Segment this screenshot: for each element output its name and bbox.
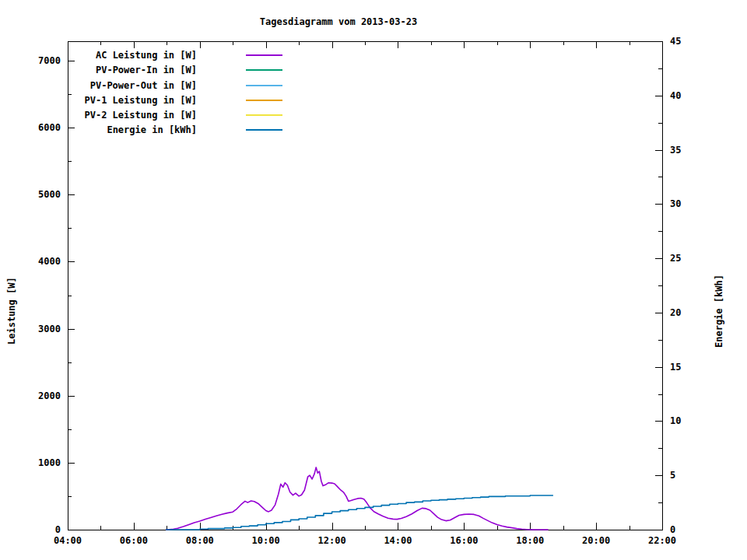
y-right-tick-label: 10: [670, 415, 701, 426]
y-right-tick-label: 25: [670, 253, 701, 264]
y-left-tick-label: 7000: [30, 55, 61, 66]
legend-swatch-pv-2-leistung: [246, 114, 282, 116]
legend-row-ac-leistung: AC Leistung in [W]: [68, 48, 284, 63]
y-left-tick-label: 4000: [30, 256, 61, 267]
y-left-tick-label: 2000: [30, 390, 61, 401]
y-right-tick-label: 0: [670, 524, 701, 535]
legend-label-pv-power-out: PV-Power-Out in [W]: [68, 80, 197, 91]
legend-label-pv-2-leistung: PV-2 Leistung in [W]: [68, 110, 197, 121]
x-tick-label: 22:00: [640, 535, 684, 546]
x-tick-label: 10:00: [244, 535, 288, 546]
legend-row-energie: Energie in [kWh]: [68, 123, 284, 138]
x-tick-label: 14:00: [376, 535, 419, 546]
legend-label-pv-1-leistung: PV-1 Leistung in [W]: [68, 95, 197, 106]
y-right-tick-label: 30: [670, 198, 701, 209]
x-tick-label: 20:00: [574, 535, 618, 546]
legend: AC Leistung in [W]PV-Power-In in [W]PV-P…: [68, 48, 284, 138]
y-left-tick-label: 0: [30, 524, 61, 535]
y-left-tick-label: 6000: [30, 122, 61, 133]
legend-swatch-ac-leistung: [246, 54, 282, 56]
legend-row-pv-2-leistung: PV-2 Leistung in [W]: [68, 108, 284, 123]
legend-label-ac-leistung: AC Leistung in [W]: [68, 50, 197, 61]
y-right-tick-label: 35: [670, 145, 701, 156]
x-tick-label: 12:00: [310, 535, 354, 546]
y-right-tick-label: 40: [670, 90, 701, 101]
series-ac-leistung: [166, 467, 548, 530]
legend-row-pv-power-in: PV-Power-In in [W]: [68, 63, 284, 78]
x-tick-label: 04:00: [46, 535, 89, 546]
legend-label-energie: Energie in [kWh]: [68, 124, 197, 135]
y-right-tick-label: 15: [670, 362, 701, 373]
legend-swatch-pv-power-in: [246, 69, 282, 71]
x-tick-label: 08:00: [178, 535, 222, 546]
y-left-tick-label: 1000: [30, 457, 61, 468]
chart-root: Tagesdiagramm vom 2013-03-23 Leistung [W…: [0, 0, 747, 560]
legend-swatch-pv-1-leistung: [246, 100, 282, 101]
series-energie: [166, 495, 553, 530]
legend-row-pv-power-out: PV-Power-Out in [W]: [68, 79, 284, 93]
x-tick-label: 06:00: [112, 535, 156, 546]
x-tick-label: 18:00: [508, 535, 552, 546]
y-left-tick-label: 3000: [30, 324, 61, 334]
y-right-tick-label: 45: [670, 36, 701, 47]
legend-swatch-energie: [246, 129, 282, 131]
y-right-tick-label: 20: [670, 307, 701, 318]
legend-label-pv-power-in: PV-Power-In in [W]: [68, 65, 197, 75]
x-tick-label: 16:00: [442, 535, 486, 546]
y-right-tick-label: 5: [670, 470, 701, 481]
legend-row-pv-1-leistung: PV-1 Leistung in [W]: [68, 93, 284, 108]
y-left-tick-label: 5000: [30, 189, 61, 200]
legend-swatch-pv-power-out: [246, 85, 282, 86]
